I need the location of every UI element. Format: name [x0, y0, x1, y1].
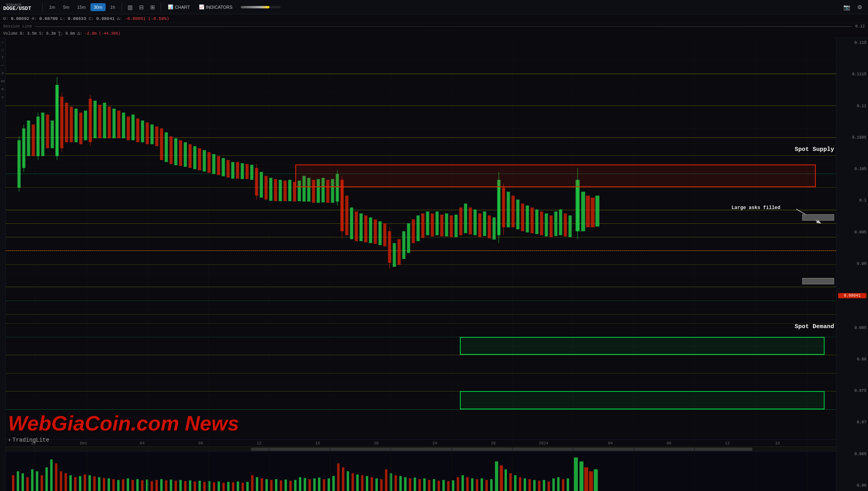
line-chart-icon[interactable]: ⊟ — [137, 3, 146, 12]
timeframe-1h[interactable]: 1h — [107, 3, 118, 11]
svg-rect-22 — [94, 101, 97, 138]
svg-rect-23 — [98, 105, 101, 138]
chart-container[interactable]: Spot Supply Spot Demand Large asks fille… — [0, 37, 868, 491]
draw-measure-icon[interactable]: ↔ — [1, 63, 4, 68]
svg-rect-254 — [574, 458, 578, 491]
svg-rect-171 — [175, 481, 177, 491]
svg-rect-252 — [562, 479, 564, 491]
draw-pitchfork-icon[interactable]: ⋈ — [1, 79, 5, 84]
screenshot-icon[interactable]: 📷 — [841, 3, 852, 12]
gray-box-2 — [802, 278, 834, 284]
svg-rect-149 — [69, 475, 72, 491]
indicators-button[interactable]: 📈 INDICATORS — [195, 3, 236, 11]
svg-rect-237 — [490, 479, 493, 491]
svg-rect-197 — [299, 477, 301, 491]
svg-rect-228 — [447, 481, 450, 491]
price-tick-0075: 0.075 — [838, 389, 866, 393]
svg-rect-42 — [189, 144, 192, 168]
svg-rect-160 — [122, 479, 124, 491]
svg-rect-41 — [184, 142, 187, 167]
draw-rect-icon[interactable]: □ — [1, 48, 4, 53]
high-label: H: — [31, 16, 37, 21]
svg-rect-10 — [51, 121, 54, 149]
svg-rect-212 — [371, 477, 373, 491]
magnet-icon[interactable]: ⊕ — [1, 87, 4, 92]
svg-rect-210 — [361, 475, 363, 491]
time-16: 16 — [315, 441, 320, 446]
draw-fib-icon[interactable]: ≋ — [1, 71, 4, 76]
svg-rect-253 — [567, 478, 569, 491]
time-20: 20 — [374, 441, 379, 446]
left-toolbar: ─ □ T ↔ ≋ ⋈ ⊕ ✕ — [0, 37, 6, 491]
svg-rect-31 — [136, 119, 139, 143]
svg-rect-133 — [591, 198, 595, 227]
bar-chart-icon[interactable]: ▥ — [125, 3, 135, 12]
svg-rect-185 — [242, 483, 244, 491]
svg-rect-235 — [481, 478, 483, 491]
svg-rect-5 — [32, 125, 35, 156]
svg-rect-91 — [402, 231, 405, 259]
svg-rect-139 — [22, 473, 24, 491]
svg-rect-40 — [179, 140, 182, 166]
svg-rect-204 — [332, 476, 335, 491]
svg-rect-226 — [438, 481, 440, 491]
timeframe-15m[interactable]: 15m — [74, 3, 89, 11]
svg-rect-43 — [193, 146, 196, 169]
svg-rect-55 — [250, 165, 253, 180]
svg-rect-126 — [559, 209, 562, 235]
time-08b: 08 — [666, 441, 671, 446]
more-charts-icon[interactable]: ⊞ — [148, 3, 157, 12]
svg-rect-24 — [103, 103, 106, 138]
svg-rect-80 — [355, 211, 358, 241]
svg-rect-79 — [350, 207, 353, 239]
svg-rect-19 — [84, 111, 87, 140]
svg-rect-234 — [476, 479, 478, 491]
svg-rect-255 — [579, 462, 583, 491]
delete-draw-icon[interactable]: ✕ — [1, 95, 4, 100]
timeframe-1m[interactable]: 1m — [46, 3, 58, 11]
svg-rect-223 — [423, 478, 426, 491]
svg-rect-103 — [459, 207, 462, 235]
settings-icon[interactable]: ⚙ — [855, 3, 865, 12]
candlestick-chart — [6, 37, 836, 374]
gray-box-1 — [802, 214, 834, 221]
svg-rect-258 — [594, 469, 598, 491]
svg-rect-33 — [146, 123, 149, 145]
svg-rect-172 — [179, 480, 182, 491]
svg-rect-224 — [428, 480, 430, 491]
price-axis: 0.115 0.1115 0.11 0.1085 0.105 0.1 0.095… — [836, 37, 868, 491]
svg-rect-214 — [380, 479, 383, 491]
svg-rect-72 — [326, 180, 330, 203]
svg-rect-168 — [160, 479, 163, 491]
volume-svg — [0, 452, 836, 491]
svg-rect-154 — [93, 476, 96, 491]
scroll-thumb[interactable] — [251, 448, 752, 451]
svg-rect-119 — [526, 205, 529, 233]
svg-rect-67 — [302, 176, 306, 202]
svg-rect-176 — [198, 481, 201, 491]
svg-rect-144 — [45, 468, 48, 491]
price-tick-009: 0.09 — [838, 262, 866, 266]
svg-rect-62 — [279, 180, 282, 201]
time-2024: 2024 — [539, 441, 548, 446]
timeframe-5m[interactable]: 5m — [60, 3, 73, 11]
delta-label: Δ: — [117, 16, 122, 21]
svg-rect-68 — [307, 178, 310, 202]
timeframe-30m[interactable]: 30m — [90, 3, 105, 11]
chart-button[interactable]: 📊 CHART — [164, 3, 194, 11]
svg-rect-134 — [595, 196, 599, 226]
draw-text-icon[interactable]: T — [1, 56, 4, 60]
price-tick-01: 0.1 — [838, 198, 866, 203]
scroll-bar[interactable] — [0, 446, 836, 451]
chart-icon: 📊 — [168, 4, 173, 10]
draw-line-icon[interactable]: ─ — [1, 41, 4, 45]
svg-rect-143 — [41, 475, 43, 491]
svg-rect-158 — [112, 479, 115, 491]
vol-delta-label: Δ: — [77, 31, 82, 36]
svg-rect-195 — [289, 481, 292, 491]
svg-rect-48 — [217, 156, 220, 175]
svg-rect-38 — [169, 136, 173, 164]
svg-rect-163 — [136, 479, 139, 491]
svg-rect-205 — [337, 464, 340, 491]
svg-rect-18 — [79, 113, 82, 144]
